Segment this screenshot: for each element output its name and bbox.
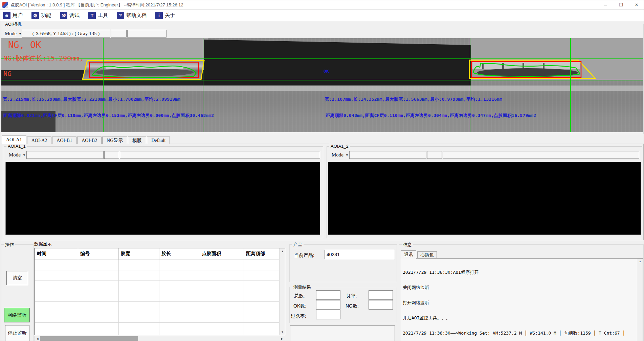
comm-log[interactable]: 2021/7/29 11:36:30:AOI程序打开 关闭网络监听 打开网络监听… — [401, 258, 643, 341]
network-listen-button[interactable]: 网络监听 — [4, 308, 30, 322]
result-summary-text: NG, OK — [8, 40, 41, 50]
col-time[interactable]: 时间 — [35, 248, 78, 260]
table-header-row: 时间 编号 胶宽 胶长 点胶面积 距离顶部 — [35, 248, 280, 260]
tools-icon: T — [88, 12, 96, 19]
tab-default[interactable]: Default — [147, 137, 170, 144]
app-window: 点胶AOI [ Version : 1.0.0.9 ] 程序 【当前用户: En… — [0, 0, 644, 341]
ng-count-input[interactable] — [369, 300, 393, 310]
info-tab-heartbeat[interactable]: 心跳包 — [417, 251, 437, 259]
info-group-label: 信息 — [402, 242, 413, 248]
user-icon: ☻ — [3, 12, 10, 19]
close-button[interactable]: ✕ — [629, 0, 644, 9]
aoia1-1-field-1[interactable] — [26, 151, 104, 159]
toolbar-label: 用户 — [13, 12, 23, 19]
table-vertical-scrollbar[interactable]: ▲ ▼ — [279, 248, 285, 335]
table-row[interactable] — [35, 260, 280, 270]
ng-count-label: NG数: — [346, 303, 359, 309]
comm-log-text: 2021/7/29 11:36:30:AOI程序打开 关闭网络监听 打开网络监听… — [403, 260, 635, 341]
aoia1-1-field-2[interactable] — [104, 151, 119, 159]
chevron-down-icon: ▼ — [346, 153, 349, 157]
chevron-down-icon: ▼ — [23, 153, 26, 157]
total-label: 总数: — [294, 293, 305, 299]
table-row[interactable] — [35, 301, 280, 312]
aoia1-2-canvas[interactable] — [328, 162, 641, 235]
data-table: 时间 编号 胶宽 胶长 点胶面积 距离顶部 ▲ ▼ — [34, 248, 285, 335]
tab-aoi-b1[interactable]: AOI-B1 — [52, 137, 76, 144]
toolbar-item-about[interactable]: i 关于 — [155, 12, 175, 19]
scroll-up-icon[interactable]: ▲ — [280, 248, 285, 254]
tab-aoi-a1[interactable]: AOI-A1 — [2, 136, 26, 144]
col-id[interactable]: 编号 — [78, 248, 119, 260]
current-product-input[interactable]: 40231 — [325, 250, 394, 259]
aoia1-2-mode-dropdown[interactable]: Mode ▼ — [330, 151, 347, 159]
aoia1-2-field-3[interactable] — [443, 151, 639, 159]
results-group-label: 测量结果 — [292, 284, 312, 290]
left-stats-line2: 距离顶部0.021mm,距离CF层0.110mm,距离左边界0.153mm,距离… — [3, 113, 214, 119]
main-tabstrip: AOI-A1 AOI-A2 AOI-B1 AOI-B2 NG显示 模版 Defa… — [2, 136, 171, 144]
toolbar-item-help[interactable]: ? 帮助文档 — [117, 12, 147, 19]
camera-image[interactable]: NG, OK NG:胶体过长:15.290mm, NG OK 宽:2.215mm… — [1, 38, 643, 132]
aoia1-1-field-3[interactable] — [120, 151, 320, 159]
tab-aoi-a2[interactable]: AOI-A2 — [27, 137, 52, 144]
right-stats-line2: 距离顶部0.048mm,距离CF层0.110mm,距离左边界0.304mm,距离… — [326, 113, 536, 119]
table-horizontal-scrollbar[interactable]: ◀ ▶ — [34, 336, 285, 341]
clear-button[interactable]: 清空 — [6, 271, 28, 285]
selected-cell[interactable] — [35, 260, 78, 270]
col-glue-width[interactable]: 胶宽 — [119, 248, 159, 260]
table-row[interactable] — [35, 291, 280, 301]
minimize-button[interactable]: ─ — [598, 0, 613, 9]
table-row[interactable] — [35, 270, 280, 281]
scroll-up-icon[interactable]: ▲ — [637, 259, 643, 264]
camera-coordinate-readout[interactable]: ( X 6568, Y 1463 ) : ( Gray 135 ) — [22, 30, 110, 38]
tab-aoi-b2[interactable]: AOI-B2 — [77, 137, 102, 144]
overkill-label: 过杀率: — [291, 313, 306, 319]
log-vertical-scrollbar[interactable]: ▲ — [637, 259, 643, 341]
hscroll-thumb[interactable] — [40, 336, 138, 341]
wrench-icon: ⚒ — [60, 12, 67, 19]
table-row[interactable] — [35, 281, 280, 291]
chevron-down-icon: ▼ — [19, 32, 22, 35]
photo-band — [204, 40, 471, 86]
table-row[interactable] — [35, 322, 280, 333]
operation-group-label: 操作 — [4, 242, 15, 248]
ng-label-text: NG — [3, 70, 12, 78]
scroll-down-icon[interactable]: ▼ — [280, 329, 285, 335]
col-distance-top[interactable]: 距离顶部 — [244, 248, 280, 260]
aoia1-1-label: AOIA1_1 — [6, 144, 27, 149]
tab-template[interactable]: 模版 — [128, 137, 146, 144]
toolbar-item-function[interactable]: ⚙ 功能 — [31, 12, 51, 19]
aoia1-1-mode-dropdown[interactable]: Mode ▼ — [7, 151, 24, 159]
aoia1-2-field-1[interactable] — [349, 151, 426, 159]
table-row[interactable] — [35, 312, 280, 322]
camera-field-3[interactable] — [127, 30, 166, 38]
table-row[interactable] — [35, 333, 280, 335]
camera-field-2[interactable] — [111, 30, 127, 38]
aoia1-2-field-2[interactable] — [427, 151, 442, 159]
scroll-right-icon[interactable]: ▶ — [279, 336, 285, 341]
info-tab-comm[interactable]: 通讯 — [401, 250, 416, 259]
data-table-grid: 时间 编号 胶宽 胶长 点胶面积 距离顶部 — [35, 248, 280, 335]
overkill-input[interactable] — [316, 310, 340, 319]
col-glue-length[interactable]: 胶长 — [159, 248, 200, 260]
stop-listen-button[interactable]: 停止监听 — [5, 325, 29, 341]
col-glue-area[interactable]: 点胶面积 — [200, 248, 244, 260]
yield-input[interactable] — [369, 290, 393, 300]
scroll-left-icon[interactable]: ◀ — [35, 336, 40, 341]
total-input[interactable] — [316, 290, 340, 300]
aoia1-1-canvas[interactable] — [5, 162, 320, 235]
current-product-label: 当前产品: — [294, 252, 314, 259]
left-component-overlay — [82, 59, 205, 80]
ng-reason-text: NG:胶体过长:15.290mm, — [3, 54, 84, 63]
toolbar-item-user[interactable]: ☻ 用户 — [3, 12, 23, 19]
ok-label-text: OK — [324, 69, 329, 74]
camera-mode-dropdown[interactable]: Mode ▼ — [3, 30, 20, 38]
right-component-overlay — [468, 59, 596, 79]
toolbar-label: 调试 — [69, 12, 80, 19]
toolbar-label: 帮助文档 — [126, 12, 147, 19]
tab-ng-display[interactable]: NG显示 — [102, 137, 127, 144]
ok-count-input[interactable] — [316, 300, 340, 310]
toolbar-item-tools[interactable]: T 工具 — [88, 12, 108, 19]
toolbar-item-debug[interactable]: ⚒ 调试 — [60, 12, 80, 19]
data-display-label: 数据显示 — [34, 241, 52, 247]
maximize-button[interactable]: ❐ — [613, 0, 629, 9]
